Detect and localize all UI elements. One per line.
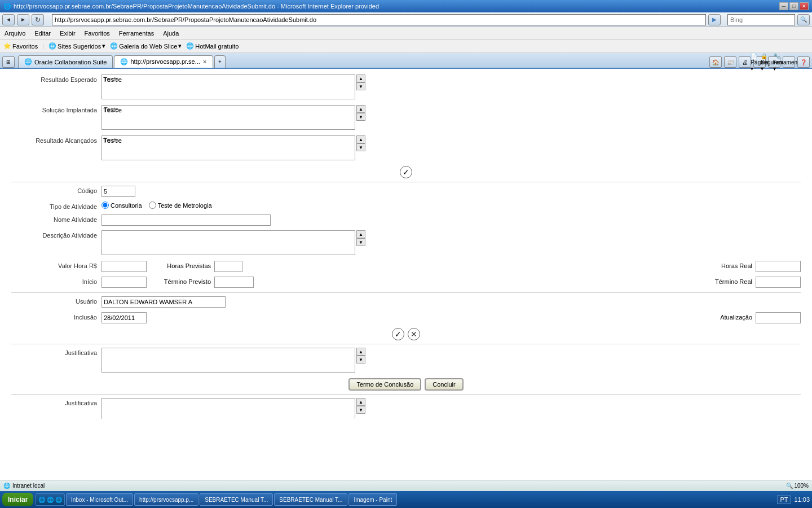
horas-previstas-input[interactable] [214,261,242,272]
radio-metrologia-input[interactable] [149,202,156,209]
justificativa-scroll-down[interactable]: ▼ [356,356,365,364]
tab-label-oracle: Oracle Collaboration Suite [34,59,107,65]
textarea-scroll-down[interactable]: ▼ [356,82,365,90]
tab-sebrae[interactable]: 🌐 http://prsrvocsapp.pr.se... ✕ [114,55,213,68]
valor-hora-label: Valor Hora R$ [11,261,102,269]
tab-oracle[interactable]: 🌐 Oracle Collaboration Suite [18,55,113,68]
descricao-scroll-up[interactable]: ▲ [356,230,365,238]
horas-real-input[interactable] [756,261,801,272]
maximize-button[interactable]: □ [789,2,798,10]
descricao-atividade-textarea[interactable] [102,230,355,255]
title-bar: 🌐 http://prsrvocsapp.pr.sebrae.com.br/Se… [0,0,812,12]
galeria-web-slice[interactable]: 🌐 Galeria do Web Slice ▾ [110,42,182,50]
address-bar[interactable] [52,14,706,25]
justificativa2-scroll-up[interactable]: ▲ [356,398,365,406]
radio-consultoria-label: Consultoria [111,202,142,209]
hotmail[interactable]: 🌐 HotMail gratuito [186,42,239,50]
menu-ferramentas[interactable]: Ferramentas [119,30,154,37]
tools-button[interactable]: 🔧 Ferramentas ▾ [783,56,795,68]
search-input[interactable] [727,14,795,25]
menu-favoritos[interactable]: Favoritos [85,30,110,37]
valor-hora-input[interactable] [102,261,147,272]
radio-metrologia-label: Teste de Metrologia [158,202,212,209]
window-title: http://prsrvocsapp.pr.sebrae.com.br/Sebr… [14,3,379,10]
nome-atividade-input[interactable] [102,214,271,226]
menu-editar[interactable]: Editar [34,30,51,37]
atualizacao-label: Atualização [147,312,756,321]
check-submit-button[interactable]: ✓ [400,166,412,178]
justificativa2-textarea[interactable] [102,398,355,419]
usuario-input[interactable] [102,296,226,308]
descricao-scroll-down[interactable]: ▼ [356,238,365,246]
confirm-button[interactable]: ✓ [392,328,404,340]
termino-real-input[interactable] [756,277,801,288]
print-button[interactable]: 🖨 [739,56,751,68]
home-button[interactable]: 🏠 [709,56,722,68]
divider-4 [11,394,801,395]
tipo-atividade-label: Tipo de Atividade [11,202,102,210]
cancel-button[interactable]: ✕ [408,328,420,340]
codigo-row: Código [11,186,801,198]
resultado-alcancados-label: Resultado Alcançados [11,135,102,144]
usuario-row: Usuário [11,296,801,309]
textarea-scroll-down-3[interactable]: ▼ [356,143,365,151]
resultado-alcancados-textarea[interactable] [102,135,355,160]
inclusao-input[interactable] [102,312,147,323]
tab-close-button[interactable]: ✕ [202,59,207,65]
page-content: Resultado Esperado ▲ ▼ Teste Solução Imp… [0,69,812,419]
inicio-label: Início [11,277,102,285]
horas-real-label: Horas Real [242,261,756,269]
resultado-esperado-textarea[interactable] [102,75,355,99]
justificativa-textarea[interactable] [102,348,355,373]
justificativa-row: Justificativa ▲ ▼ [11,348,801,375]
resultado-esperado-row: Resultado Esperado ▲ ▼ Teste [11,75,801,102]
justificativa2-label: Justificativa [11,398,102,406]
new-tab-icon: + [218,59,222,65]
favorites-bar: ⭐ Favoritos | 🌐 Sites Sugeridos ▾ 🌐 Gale… [0,40,812,53]
radio-consultoria[interactable]: Consultoria [102,202,142,209]
menu-arquivo[interactable]: Arquivo [5,30,25,37]
refresh-button[interactable]: ↻ [32,14,44,25]
inicio-row: Início Término Previsto Término Real [11,277,801,289]
justificativa2-row: Justificativa ▲ ▼ [11,398,801,419]
inicio-input[interactable] [102,277,147,288]
justificativa-scroll-up[interactable]: ▲ [356,348,365,356]
textarea-scroll-down-2[interactable]: ▼ [356,113,365,121]
solucao-implantada-textarea[interactable] [102,105,355,130]
search-button[interactable]: 🔍 [797,14,810,25]
menu-exibir[interactable]: Exibir [60,30,76,37]
termino-previsto-input[interactable] [214,277,254,288]
tab-grid-button[interactable]: ⊞ [2,56,15,68]
forward-button[interactable]: ► [17,14,29,25]
sites-sugeridos[interactable]: 🌐 Sites Sugeridos ▾ [48,42,105,50]
feeds-button[interactable]: 📰 [724,56,736,68]
radio-consultoria-input[interactable] [102,202,109,209]
tab-label-sebrae: http://prsrvocsapp.pr.se... [130,58,200,65]
usuario-label: Usuário [11,296,102,305]
menu-ajuda[interactable]: Ajuda [163,30,179,37]
back-button[interactable]: ◄ [2,14,15,25]
textarea-scroll-up-3[interactable]: ▲ [356,135,365,143]
textarea-scroll-up-2[interactable]: ▲ [356,105,365,113]
tab-new[interactable]: + [214,55,226,68]
horas-previstas-label: Horas Previstas [147,261,214,269]
close-button[interactable]: ✕ [800,2,809,10]
radio-metrologia[interactable]: Teste de Metrologia [149,202,212,209]
codigo-input[interactable] [102,186,135,197]
justificativa2-scroll-down[interactable]: ▼ [356,406,365,414]
minimize-button[interactable]: ─ [779,2,788,10]
concluir-button[interactable]: Concluir [425,378,463,391]
termino-real-label: Término Real [254,277,756,285]
solucao-implantada-label: Solução Implantada [11,105,102,113]
browser-icon: 🌐 [3,3,11,10]
tipo-atividade-radio-group: Consultoria Teste de Metrologia [102,202,212,209]
termo-conclusao-button[interactable]: Termo de Conclusão [348,378,421,391]
textarea-scroll-up[interactable]: ▲ [356,75,365,82]
solucao-implantada-row: Solução Implantada ▲ ▼ Teste [11,105,801,132]
favorites-button[interactable]: ⭐ Favoritos [3,42,38,50]
atualizacao-input[interactable] [756,312,801,323]
divider-1 [11,182,801,182]
tab-icon-sebrae: 🌐 [120,58,128,65]
help-button[interactable]: ❓ [797,56,810,68]
go-button[interactable]: ▶ [708,14,721,25]
